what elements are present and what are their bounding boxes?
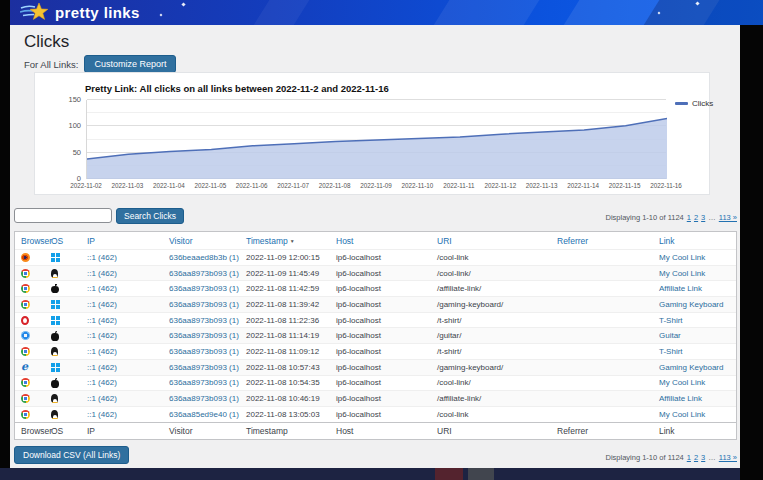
x-tick-label: 2022-11-05	[190, 182, 230, 189]
pretty-link-link[interactable]: Gaming Keyboard	[653, 300, 736, 309]
search-clicks-button[interactable]: Search Clicks	[116, 208, 184, 224]
legend-label: Clicks	[692, 99, 713, 108]
table-body: ::1 (462) 636beaaed8b3b (1) 2022-11-09 1…	[15, 249, 736, 422]
linux-icon	[51, 269, 58, 278]
pretty-link-link[interactable]: My Cool Link	[653, 269, 736, 278]
visitor-link[interactable]: 636aa8973b093 (1)	[163, 363, 240, 372]
pretty-link-link[interactable]: Affiliate Link	[653, 394, 736, 403]
footer-column-host: Host	[330, 426, 431, 436]
pretty-link-link[interactable]: T-Shirt	[653, 316, 736, 325]
visitor-link[interactable]: 636aa8973b093 (1)	[163, 300, 240, 309]
column-header-timestamp[interactable]: Timestamp▼	[240, 236, 330, 246]
page-link-3[interactable]: 3	[701, 453, 705, 462]
footer-column-uri: URI	[431, 426, 551, 436]
ip-link[interactable]: ::1 (462)	[81, 316, 163, 325]
uri-cell: /gaming-keyboard/	[431, 300, 551, 309]
column-header-os[interactable]: OS	[45, 236, 81, 246]
timestamp-cell: 2022-11-08 10:46:19	[240, 394, 330, 403]
column-header-uri[interactable]: URI	[431, 236, 551, 246]
admin-content: Clicks For All Links: Customize Report P…	[10, 25, 740, 468]
timestamp-cell: 2022-11-09 12:00:15	[240, 253, 330, 262]
table-row: ::1 (462) 636aa8973b093 (1) 2022-11-08 1…	[15, 296, 736, 312]
visitor-link[interactable]: 636aa8973b093 (1)	[163, 394, 240, 403]
ip-link[interactable]: ::1 (462)	[81, 300, 163, 309]
download-csv-button[interactable]: Download CSV (All Links)	[14, 446, 129, 464]
windows-icon	[51, 363, 60, 372]
timestamp-cell: 2022-11-08 13:05:03	[240, 410, 330, 419]
page-link-last[interactable]: 113 »	[719, 453, 737, 462]
ip-link[interactable]: ::1 (462)	[81, 410, 163, 419]
pagination-summary: Displaying 1-10 of 1124	[606, 213, 684, 222]
visitor-link[interactable]: 636aa8973b093 (1)	[163, 331, 240, 340]
visitor-link[interactable]: 636aa8973b093 (1)	[163, 316, 240, 325]
pretty-link-link[interactable]: My Cool Link	[653, 410, 736, 419]
uri-cell: /guitar/	[431, 331, 551, 340]
search-input[interactable]	[14, 208, 112, 223]
edge-icon	[21, 363, 30, 372]
ip-link[interactable]: ::1 (462)	[81, 378, 163, 387]
ip-link[interactable]: ::1 (462)	[81, 269, 163, 278]
column-header-referrer[interactable]: Referrer	[551, 236, 653, 246]
host-cell: ip6-localhost	[330, 394, 431, 403]
bottom-strip-segment	[435, 468, 463, 480]
ip-link[interactable]: ::1 (462)	[81, 363, 163, 372]
pretty-link-link[interactable]: Gaming Keyboard	[653, 363, 736, 372]
visitor-link[interactable]: 636aa8973b093 (1)	[163, 347, 240, 356]
sort-descending-icon: ▼	[290, 238, 295, 244]
uri-cell: /gaming-keyboard/	[431, 363, 551, 372]
footer-column-visitor: Visitor	[163, 426, 240, 436]
clicks-chart-panel: Pretty Link: All clicks on all links bet…	[34, 72, 710, 195]
pretty-link-link[interactable]: Affiliate Link	[653, 284, 736, 293]
page-link-3[interactable]: 3	[701, 213, 705, 222]
ip-link[interactable]: ::1 (462)	[81, 331, 163, 340]
ip-link[interactable]: ::1 (462)	[81, 347, 163, 356]
visitor-link[interactable]: 636aa8973b093 (1)	[163, 269, 240, 278]
host-cell: ip6-localhost	[330, 269, 431, 278]
visitor-link[interactable]: 636beaaed8b3b (1)	[163, 253, 240, 262]
ip-link[interactable]: ::1 (462)	[81, 284, 163, 293]
chrome-icon	[21, 378, 30, 387]
pretty-link-link[interactable]: T-Shirt	[653, 347, 736, 356]
column-header-browser[interactable]: Browser	[15, 236, 45, 246]
x-tick-label: 2022-11-06	[232, 182, 272, 189]
page-title: Clicks	[24, 32, 69, 52]
table-row: ::1 (462) 636aa8973b093 (1) 2022-11-08 1…	[15, 390, 736, 406]
footer-column-referrer: Referrer	[551, 426, 653, 436]
app-header: pretty links	[10, 0, 763, 25]
ip-link[interactable]: ::1 (462)	[81, 394, 163, 403]
chrome-icon	[21, 410, 30, 419]
page-link-2[interactable]: 2	[694, 213, 698, 222]
x-tick-label: 2022-11-15	[605, 182, 645, 189]
header-streak	[424, 0, 545, 25]
pretty-link-link[interactable]: Guitar	[653, 331, 736, 340]
column-header-link[interactable]: Link	[653, 236, 736, 246]
x-tick-label: 2022-11-02	[66, 182, 106, 189]
visitor-link[interactable]: 636aa8973b093 (1)	[163, 378, 240, 387]
column-header-ip[interactable]: IP	[81, 236, 163, 246]
visitor-link[interactable]: 636aa85ed9e40 (1)	[163, 410, 240, 419]
ip-link[interactable]: ::1 (462)	[81, 253, 163, 262]
footer-column-ip: IP	[81, 426, 163, 436]
chrome-icon	[21, 300, 30, 309]
logo-text: pretty links	[55, 4, 140, 21]
customize-report-button[interactable]: Customize Report	[84, 55, 176, 73]
page-link-1[interactable]: 1	[687, 453, 691, 462]
uri-cell: /cool-link/	[431, 269, 551, 278]
uri-cell: /affiliate-link/	[431, 394, 551, 403]
page-link-last[interactable]: 113 »	[719, 213, 737, 222]
table-footer-row: BrowserOSIPVisitorTimestampHostURIReferr…	[15, 422, 736, 439]
page-link-1[interactable]: 1	[687, 213, 691, 222]
column-header-visitor[interactable]: Visitor	[163, 236, 240, 246]
pretty-link-link[interactable]: My Cool Link	[653, 378, 736, 387]
pretty-link-link[interactable]: My Cool Link	[653, 253, 736, 262]
pagination: Displaying 1-10 of 1124123…113 »	[606, 453, 737, 462]
page-link-2[interactable]: 2	[694, 453, 698, 462]
uri-cell: /cool-link	[431, 253, 551, 262]
x-tick-label: 2022-11-09	[356, 182, 396, 189]
sparkle-icon	[181, 2, 185, 6]
footer-column-os: OS	[45, 426, 81, 436]
timestamp-cell: 2022-11-08 11:42:59	[240, 284, 330, 293]
column-header-host[interactable]: Host	[330, 236, 431, 246]
chart-x-labels: 2022-11-022022-11-032022-11-042022-11-05…	[86, 182, 666, 192]
visitor-link[interactable]: 636aa8973b093 (1)	[163, 284, 240, 293]
